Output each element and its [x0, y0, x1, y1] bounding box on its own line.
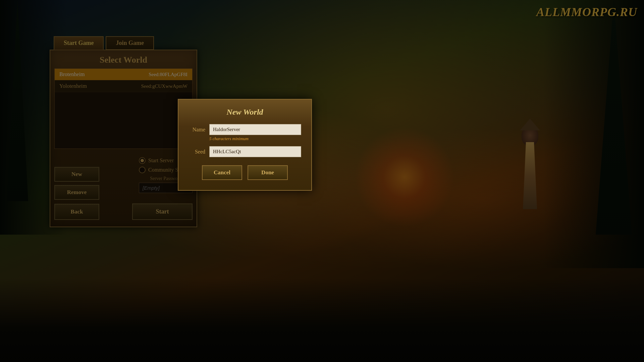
- name-field: Name 5 characters minimum: [189, 124, 301, 141]
- world-name-input[interactable]: [209, 124, 301, 135]
- cancel-button[interactable]: Cancel: [202, 165, 242, 180]
- seed-field: Seed: [189, 146, 301, 157]
- dialog-buttons: Cancel Done: [189, 165, 301, 180]
- new-world-dialog: New World Name 5 characters minimum Seed…: [178, 99, 312, 191]
- done-button[interactable]: Done: [248, 165, 288, 180]
- dialog-title: New World: [189, 108, 301, 117]
- world-seed-input[interactable]: [209, 146, 301, 157]
- name-label: Name: [189, 124, 205, 133]
- seed-field-content: [209, 146, 301, 157]
- seed-label: Seed: [189, 146, 205, 155]
- name-field-content: 5 characters minimum: [209, 124, 301, 141]
- dialog-overlay: [0, 0, 644, 362]
- name-hint: 5 characters minimum: [209, 136, 301, 141]
